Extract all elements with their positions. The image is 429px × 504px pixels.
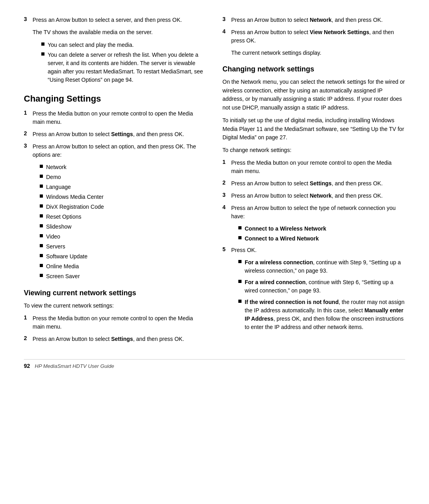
page-number: 92: [24, 363, 30, 369]
option-text: DivX Registration Code: [46, 203, 104, 211]
step-num: 2: [24, 335, 31, 341]
intro-bullets: You can select and play the media. You c…: [41, 41, 207, 84]
cn-step-3: 3 Press an Arrow button to select Networ…: [222, 192, 405, 200]
vs-step-1: 1 Press the Media button on your remote …: [24, 314, 207, 331]
cs-step-3: 3 Press an Arrow button to select an opt…: [24, 142, 207, 159]
list-item: Screen Saver: [40, 272, 207, 281]
cn-step-1: 1 Press the Media button on your remote …: [222, 159, 405, 175]
option-text: Demo: [46, 173, 61, 181]
para-tv-shows: The TV shows the available media on the …: [33, 28, 207, 37]
list-item: Windows Media Center: [40, 193, 207, 201]
list-item: Reset Options: [40, 213, 207, 221]
result-bullets: For a wireless connection, continue with…: [238, 258, 405, 331]
bullet-icon: [238, 236, 242, 239]
viewing-result: The current network settings display.: [231, 49, 405, 58]
bullet-icon: [40, 254, 43, 257]
list-item: You can delete a server or refresh the l…: [41, 51, 207, 84]
list-item: Software Update: [40, 252, 207, 261]
viewing-result-block: The current network settings display.: [231, 49, 405, 58]
step-text: Press an Arrow button to select View Net…: [231, 28, 405, 45]
option-text: Network: [46, 163, 66, 171]
bullet-icon: [40, 185, 43, 188]
step-num: 1: [24, 110, 31, 116]
step-text: Press OK.: [231, 246, 257, 254]
vc-step-4: 4 Press an Arrow button to select View N…: [222, 28, 405, 45]
bullet-text: You can delete a server or refresh the l…: [48, 51, 207, 84]
option-text: Servers: [46, 242, 65, 251]
option-text: Video: [46, 233, 60, 241]
bullet-icon: [40, 224, 43, 227]
option-text: Screen Saver: [46, 272, 80, 281]
bullet-text: Connect to a Wireless Network: [245, 225, 326, 233]
step-num: 5: [222, 246, 230, 252]
list-item: Demo: [40, 173, 207, 181]
changing-network-section: Changing network settings On the Network…: [222, 65, 405, 331]
list-item: Online Media: [40, 262, 207, 271]
intro-step-3: 3 Press an Arrow button to select a serv…: [24, 16, 207, 24]
bullet-icon: [41, 52, 44, 56]
viewing-intro: To view the current network settings:: [24, 302, 207, 310]
list-item: Video: [40, 233, 207, 241]
bullet-icon: [40, 274, 43, 277]
step-text: Press the Media button on your remote co…: [33, 314, 207, 331]
bullet-text: If the wired connection is not found, th…: [245, 298, 405, 331]
step-text: Press an Arrow button to select Network,…: [231, 192, 383, 200]
step-text: Press the Media button on your remote co…: [33, 110, 207, 126]
cn-step-2: 2 Press an Arrow button to select Settin…: [222, 179, 405, 188]
vc-step-3: 3 Press an Arrow button to select Networ…: [222, 16, 405, 24]
footer-title: HP MediaSmart HDTV User Guide: [35, 363, 114, 369]
option-text: Language: [46, 183, 71, 191]
list-item: Servers: [40, 242, 207, 251]
viewing-section: Viewing current network settings To view…: [24, 289, 207, 343]
step-text: Press an Arrow button to select the type…: [231, 204, 405, 221]
bullet-icon: [238, 280, 242, 283]
list-item: For a wireless connection, continue with…: [238, 258, 405, 275]
step-text: Press an Arrow button to select a server…: [33, 16, 182, 24]
bullet-icon: [238, 300, 242, 303]
option-text: Slideshow: [46, 223, 72, 231]
step-num: 2: [222, 179, 230, 186]
left-column: 3 Press an Arrow button to select a serv…: [24, 16, 207, 347]
vs-step-2: 2 Press an Arrow button to select Settin…: [24, 335, 207, 343]
cs-step-1: 1 Press the Media button on your remote …: [24, 110, 207, 126]
bullet-icon: [40, 165, 43, 168]
step-num: 3: [222, 16, 230, 22]
option-text: Software Update: [46, 252, 87, 261]
changing-settings-section: Changing Settings 1 Press the Media butt…: [24, 94, 207, 281]
step-num: 4: [222, 28, 230, 35]
changing-para2: To initially set up the use of digital m…: [222, 116, 405, 142]
list-item: Language: [40, 183, 207, 191]
list-item: Slideshow: [40, 223, 207, 231]
option-text: Reset Options: [46, 213, 81, 221]
changing-network-heading: Changing network settings: [222, 65, 405, 74]
options-list: Network Demo Language Windows Media Cent…: [40, 163, 207, 281]
changing-settings-heading: Changing Settings: [24, 94, 207, 104]
footer: 92 HP MediaSmart HDTV User Guide: [24, 359, 405, 369]
bullet-icon: [41, 42, 44, 46]
connection-bullets: Connect to a Wireless Network Connect to…: [238, 225, 405, 243]
tv-shows-para: The TV shows the available media on the …: [33, 28, 207, 84]
bullet-text: For a wireless connection, continue with…: [245, 258, 405, 275]
cn-step-5: 5 Press OK.: [222, 246, 405, 254]
step-num: 3: [24, 142, 31, 149]
cs-step-2: 2 Press an Arrow button to select Settin…: [24, 130, 207, 139]
option-text: Windows Media Center: [46, 193, 104, 201]
step-text: Press an Arrow button to select Settings…: [231, 179, 383, 188]
bullet-icon: [40, 234, 43, 237]
step-text: Press the Media button on your remote co…: [231, 159, 405, 175]
step-num: 3: [24, 16, 31, 22]
bullet-icon: [40, 214, 43, 217]
step-num: 4: [222, 204, 230, 210]
step-text: Press an Arrow button to select an optio…: [33, 142, 207, 159]
changing-intro: To change network settings:: [222, 146, 405, 155]
step-text: Press an Arrow button to select Network,…: [231, 16, 383, 24]
list-item: DivX Registration Code: [40, 203, 207, 211]
bullet-icon: [40, 204, 43, 208]
step-num: 3: [222, 192, 230, 198]
step-num: 1: [24, 314, 31, 321]
bullet-icon: [40, 264, 43, 267]
list-item: If the wired connection is not found, th…: [238, 298, 405, 331]
bullet-icon: [40, 175, 43, 178]
bullet-icon: [238, 260, 242, 263]
bullet-icon: [238, 226, 242, 229]
